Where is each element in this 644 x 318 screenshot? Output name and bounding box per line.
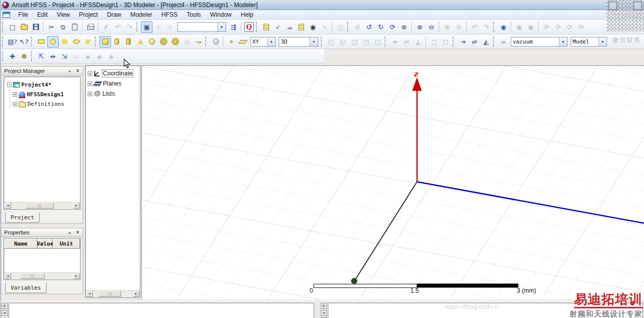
save-button[interactable] bbox=[30, 21, 42, 33]
expander-icon[interactable]: + bbox=[13, 92, 17, 97]
rotate-center-button[interactable]: ↺ bbox=[363, 21, 375, 33]
planes-label[interactable]: Planes bbox=[103, 80, 122, 87]
subtract-button[interactable]: ◱ bbox=[337, 36, 349, 48]
view-combo[interactable]: 3D▼ bbox=[279, 37, 318, 47]
cs-flat-button[interactable]: ▱ bbox=[70, 51, 82, 62]
lists-label[interactable]: Lists bbox=[102, 90, 115, 97]
cs-rel3-button[interactable]: ◈ bbox=[105, 51, 117, 62]
draw-cone-button[interactable] bbox=[134, 36, 146, 48]
menu-file[interactable]: File bbox=[14, 11, 32, 19]
design-label[interactable]: HFSSDesign1 bbox=[27, 91, 64, 98]
scroll-thumb[interactable] bbox=[25, 203, 54, 209]
draw-circle-button[interactable] bbox=[47, 36, 59, 48]
rotate-axis-button[interactable]: ↻ bbox=[375, 21, 387, 33]
pan-button[interactable]: ☝ bbox=[352, 21, 363, 33]
paste-button[interactable] bbox=[69, 21, 81, 33]
model-combo-dropdown-icon[interactable]: ▼ bbox=[598, 37, 607, 46]
rotate-screen-button[interactable]: ⟳ bbox=[387, 21, 398, 33]
copy-button[interactable]: ⧉ bbox=[57, 21, 69, 33]
tree-item-design[interactable]: + HFSSDesign1 bbox=[13, 90, 79, 99]
duplicate-line-button[interactable]: ⇥ bbox=[457, 36, 469, 48]
open-button[interactable] bbox=[18, 21, 30, 33]
definitions-label[interactable]: Definitions bbox=[27, 101, 64, 107]
draw-plane-button[interactable] bbox=[237, 36, 249, 48]
properties-hscrollbar[interactable]: ◄ ► bbox=[5, 272, 80, 279]
close-icon[interactable]: x bbox=[321, 303, 327, 309]
quick-combo-dropdown-icon[interactable]: ▼ bbox=[217, 23, 225, 31]
delete-button[interactable]: ✗ bbox=[100, 21, 112, 33]
undo-button[interactable]: ↶ bbox=[112, 21, 124, 33]
intersect-button[interactable]: ◲ bbox=[349, 36, 360, 48]
menu-window[interactable]: Window bbox=[206, 11, 237, 19]
cs-axis-button[interactable]: ⇹ bbox=[47, 51, 59, 62]
split-button[interactable]: ◳ bbox=[360, 36, 372, 48]
copy-image-button[interactable]: ◫ bbox=[334, 21, 346, 33]
expander-icon[interactable]: + bbox=[88, 82, 92, 86]
cs-rel1-button[interactable]: ◈ bbox=[82, 51, 94, 62]
section-button[interactable]: ▰ bbox=[498, 36, 509, 48]
solution-data-button[interactable]: ◉ bbox=[307, 21, 319, 33]
project-label[interactable]: Project4* bbox=[21, 82, 52, 88]
draw-point-button[interactable] bbox=[225, 36, 237, 48]
menu-tools[interactable]: Tools bbox=[182, 11, 206, 19]
orient2-button[interactable]: ⟳ bbox=[552, 21, 564, 33]
tree-item-coordinate-systems[interactable]: + Coordinate Systems bbox=[88, 68, 140, 78]
draw-helix-button[interactable] bbox=[169, 36, 181, 48]
scroll-right-icon[interactable]: ► bbox=[133, 291, 139, 297]
move-button[interactable]: ⇻ bbox=[389, 36, 401, 48]
scroll-thumb[interactable] bbox=[20, 273, 45, 279]
zoom-in-button[interactable]: ⊕ bbox=[441, 21, 453, 33]
connect-button[interactable]: ◫ bbox=[372, 36, 384, 48]
cs-create-button[interactable]: ⇱ bbox=[35, 51, 47, 62]
scroll-thumb[interactable] bbox=[99, 291, 121, 297]
orient1-button[interactable]: ⟳ bbox=[541, 21, 552, 33]
model-combo[interactable]: Model▼ bbox=[571, 37, 607, 47]
cut-button[interactable]: ✂ bbox=[46, 21, 57, 33]
duplicate-rotate-button[interactable]: ⇌ bbox=[469, 36, 480, 48]
offset-button[interactable]: ◻ bbox=[440, 36, 451, 48]
validate-button[interactable]: ✓ bbox=[272, 21, 284, 33]
draw-polyline-button[interactable] bbox=[82, 36, 94, 48]
redo-button[interactable]: ↷ bbox=[124, 21, 135, 33]
select-face-button[interactable]: ⊹ bbox=[153, 21, 164, 33]
visibility-button[interactable]: ◉ bbox=[498, 21, 509, 33]
draw-prism-button[interactable] bbox=[123, 36, 134, 48]
view-undo-button[interactable]: ↶ bbox=[469, 21, 480, 33]
scroll-right-icon[interactable]: ► bbox=[73, 203, 80, 209]
scroll-left-icon[interactable]: ◄ bbox=[86, 291, 93, 297]
tree-item-lists[interactable]: + Lists bbox=[88, 89, 140, 99]
coordinate-systems-label[interactable]: Coordinate Systems bbox=[102, 69, 133, 77]
plane-combo[interactable]: XY▼ bbox=[250, 37, 276, 47]
menu-draw[interactable]: Draw bbox=[102, 11, 126, 19]
column-name[interactable]: Name bbox=[4, 238, 37, 248]
draw-spiral-button[interactable]: ◎ bbox=[181, 36, 193, 48]
close-icon[interactable]: x bbox=[74, 229, 81, 235]
draw-ellipse-button[interactable] bbox=[70, 36, 82, 48]
menu-help[interactable]: Help bbox=[236, 11, 258, 19]
scale-obj-button[interactable]: ◻ bbox=[428, 36, 440, 48]
draw-sweep-button[interactable]: ↝ bbox=[193, 36, 204, 48]
print-button[interactable] bbox=[85, 21, 96, 33]
mdi-child-icon[interactable] bbox=[3, 12, 10, 18]
solve-q-button[interactable]: Q bbox=[244, 22, 254, 32]
draw-region-button[interactable] bbox=[210, 36, 221, 48]
cs-offset-button[interactable]: ⇲ bbox=[59, 51, 70, 62]
select-edge-button[interactable]: ⊹ bbox=[164, 21, 176, 33]
zoom-out-rect-button[interactable]: ⊖ bbox=[426, 21, 437, 33]
close-icon[interactable]: x bbox=[2, 303, 8, 309]
rotate-object-button[interactable]: ⇌ bbox=[401, 36, 412, 48]
tab-project[interactable]: Project bbox=[5, 212, 40, 223]
properties-header[interactable]: Properties ▲ x bbox=[2, 228, 83, 237]
results-button[interactable] bbox=[295, 21, 307, 33]
draw-box-button[interactable] bbox=[99, 36, 111, 48]
close-icon[interactable]: x bbox=[74, 68, 81, 74]
filter-button[interactable]: ⇶ bbox=[228, 21, 239, 33]
tab-variables[interactable]: Variables bbox=[5, 283, 47, 293]
material-combo-dropdown-icon[interactable]: ▼ bbox=[559, 37, 567, 46]
tree-item-definitions[interactable]: + Definitions bbox=[13, 99, 79, 109]
scroll-left-icon[interactable]: ◄ bbox=[5, 203, 11, 209]
menu-edit[interactable]: Edit bbox=[32, 11, 52, 19]
analyze-button[interactable]: ☁ bbox=[284, 21, 295, 33]
new-button[interactable]: □ bbox=[7, 21, 18, 33]
menu-modeler[interactable]: Modeler bbox=[126, 11, 157, 19]
